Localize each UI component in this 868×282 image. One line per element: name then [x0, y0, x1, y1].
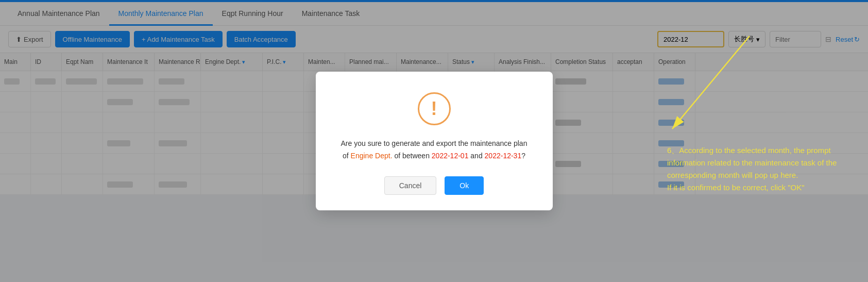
dialog-message: Are you sure to generate and export the … [336, 138, 532, 162]
dept-name: Engine Dept. [351, 152, 393, 160]
dialog-buttons: Cancel Ok [336, 176, 532, 195]
modal-overlay: ! Are you sure to generate and export th… [0, 0, 868, 282]
warning-icon: ! [418, 92, 451, 125]
date-end: 2022-12-31 [485, 152, 522, 160]
date-start: 2022-12-01 [432, 152, 469, 160]
ok-button[interactable]: Ok [445, 176, 484, 195]
confirmation-dialog: ! Are you sure to generate and export th… [316, 72, 553, 211]
cancel-button[interactable]: Cancel [384, 176, 437, 195]
